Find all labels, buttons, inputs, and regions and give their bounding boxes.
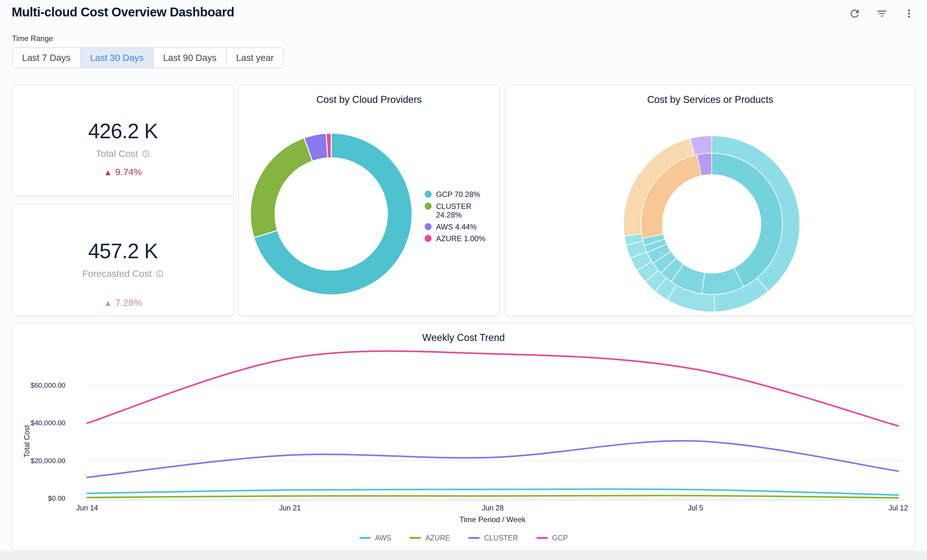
total-cost-label-text: Total Cost: [96, 148, 138, 159]
legend-item-cluster[interactable]: CLUSTER 24.28%: [425, 202, 491, 219]
kebab-menu-icon: [903, 8, 915, 20]
time-range-button-group: Last 7 Days Last 30 Days Last 90 Days La…: [12, 47, 284, 68]
time-range-label: Time Range: [12, 34, 53, 43]
y-tick-label: $20,000.00: [12, 456, 65, 466]
total-cost-delta: ▲9.74%: [104, 167, 142, 178]
filter-button[interactable]: [875, 7, 889, 20]
x-tick-label: Jul 12: [876, 504, 920, 512]
total-cost-label: Total Cost: [96, 148, 150, 159]
gcp-legend-label: GCP 70.28%: [436, 190, 480, 199]
azure-legend-label: AZURE: [425, 534, 450, 542]
page-title: Multi-cloud Cost Overview Dashboard: [12, 5, 234, 19]
legend-item-gcp[interactable]: GCP 70.28%: [425, 190, 491, 199]
weekly-cost-trend-card: Weekly Cost Trend Total Cost $0.00$20,00…: [12, 323, 915, 551]
cost-by-cloud-providers-card: Cost by Cloud Providers GCP 70.28% CLUST…: [239, 85, 500, 316]
info-icon[interactable]: [156, 270, 164, 278]
gcp-legend-dash: [536, 537, 548, 539]
x-tick-label: Jun 14: [65, 504, 109, 512]
trend-line-cluster[interactable]: [87, 441, 898, 477]
services-chart-title: Cost by Services or Products: [506, 94, 915, 105]
forecasted-cost-card: 457.2 K Forecasted Cost ▲7.28%: [12, 203, 234, 316]
x-tick-label: Jul 5: [673, 504, 718, 512]
filter-icon: [876, 8, 888, 20]
info-icon[interactable]: [142, 150, 150, 158]
x-axis-title: Time Period / Week: [429, 515, 556, 524]
y-tick-label: $60,000.00: [12, 381, 65, 390]
legend-item-aws[interactable]: AWS 4.44%: [425, 223, 491, 231]
cluster-legend-bullet: [425, 203, 432, 209]
providers-chart-title: Cost by Cloud Providers: [239, 94, 499, 105]
legend-item-azure[interactable]: AZURE: [409, 534, 450, 542]
trend-chart-title: Weekly Cost Trend: [12, 332, 915, 343]
trend-line-aws[interactable]: [87, 489, 898, 495]
cluster-legend-label: CLUSTER: [484, 534, 518, 542]
aws-legend-label: AWS: [375, 534, 392, 542]
total-cost-value: 426.2 K: [88, 121, 158, 141]
legend-item-gcp[interactable]: GCP: [536, 534, 568, 542]
time-range-last-90-days[interactable]: Last 90 Days: [153, 48, 226, 68]
services-sunburst-chart[interactable]: [620, 132, 803, 316]
providers-donut-chart[interactable]: [249, 132, 413, 296]
forecasted-cost-label-text: Forecasted Cost: [82, 268, 152, 279]
more-options-button[interactable]: [903, 7, 916, 20]
azure-legend-bullet: [425, 235, 432, 242]
cluster-legend-label: CLUSTER 24.28%: [436, 202, 491, 219]
refresh-button[interactable]: [848, 7, 861, 20]
time-range-last-30-days[interactable]: Last 30 Days: [81, 48, 153, 68]
aws-legend-label: AWS 4.44%: [436, 223, 477, 231]
x-tick-label: Jun 21: [268, 504, 312, 512]
y-tick-label: $0.00: [12, 494, 65, 503]
up-triangle-icon: ▲: [104, 168, 112, 177]
time-range-last-7-days[interactable]: Last 7 Days: [13, 48, 81, 68]
forecasted-cost-delta: ▲7.28%: [104, 297, 142, 308]
forecasted-cost-label: Forecasted Cost: [82, 268, 164, 279]
forecasted-cost-value: 457.2 K: [88, 241, 158, 261]
azure-legend-dash: [409, 537, 421, 539]
forecasted-cost-delta-value: 7.28%: [115, 297, 142, 308]
providers-legend: GCP 70.28% CLUSTER 24.28% AWS 4.44% AZUR…: [425, 190, 491, 243]
time-range-last-year[interactable]: Last year: [227, 48, 283, 68]
y-tick-label: $40,000.00: [12, 418, 65, 428]
total-cost-card: 426.2 K Total Cost ▲9.74%: [12, 85, 234, 196]
legend-item-cluster[interactable]: CLUSTER: [468, 534, 518, 542]
donut-slice-cluster[interactable]: [251, 138, 312, 238]
x-tick-label: Jun 28: [471, 504, 515, 512]
up-triangle-icon: ▲: [104, 298, 112, 308]
total-cost-delta-value: 9.74%: [115, 167, 142, 177]
trend-line-gcp[interactable]: [87, 351, 898, 426]
cost-by-services-card: Cost by Services or Products: [505, 85, 915, 316]
trend-line-chart[interactable]: [12, 348, 916, 525]
legend-item-azure[interactable]: AZURE 1.00%: [425, 234, 491, 243]
aws-legend-bullet: [425, 223, 432, 230]
cluster-legend-dash: [468, 537, 480, 539]
gcp-legend-bullet: [425, 191, 432, 197]
dashboard-page: Multi-cloud Cost Overview Dashboard Time…: [0, 0, 927, 560]
refresh-icon: [849, 8, 861, 20]
sunburst-outer-ring-segment-10[interactable]: [690, 136, 712, 155]
header-actions: [848, 7, 916, 20]
legend-item-aws[interactable]: AWS: [359, 534, 392, 542]
trend-line-azure[interactable]: [87, 496, 898, 498]
gcp-legend-label: GCP: [552, 534, 568, 542]
trend-legend: AWS AZURE CLUSTER GCP: [12, 534, 915, 542]
page-bottom-strip: [0, 551, 927, 560]
aws-legend-dash: [359, 537, 371, 539]
azure-legend-label: AZURE 1.00%: [436, 234, 485, 243]
